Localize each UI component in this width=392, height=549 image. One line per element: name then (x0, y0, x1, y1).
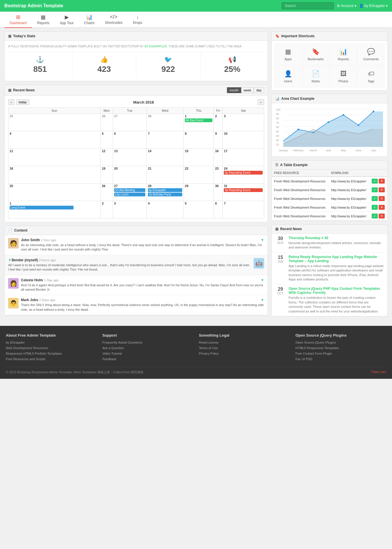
approve-button[interactable]: ✓ (372, 214, 378, 218)
cal-day[interactable]: 15 (184, 149, 214, 166)
nav-item-drops[interactable]: ↓ Drops (128, 12, 148, 28)
footer-link[interactable]: HTML5 Responsive Templates (296, 346, 339, 350)
footer-link[interactable]: Feedback (102, 357, 116, 361)
footer-link[interactable]: Video Tutorial (102, 352, 122, 355)
cal-day[interactable]: 2 (214, 114, 223, 131)
today-button[interactable]: today (16, 99, 29, 105)
cal-day[interactable]: 25 (8, 114, 101, 131)
next-month-button[interactable]: › (258, 99, 264, 105)
cal-day[interactable]: 13 (113, 149, 146, 166)
delete-button[interactable]: ✕ (379, 214, 385, 218)
shortcut-notes[interactable]: 📄 Notes (302, 66, 329, 87)
cal-day[interactable]: 19 (101, 166, 113, 184)
shortcut-tags[interactable]: 🏷 Tags (357, 66, 384, 87)
footer-link[interactable]: Read License (199, 341, 219, 344)
week-view-button[interactable]: week (241, 87, 254, 93)
calendar-event[interactable]: Long Event (10, 206, 74, 209)
shortcut-reports[interactable]: 📊 Reports (330, 44, 357, 65)
news-title[interactable]: Thursday Roundup # 40 (289, 236, 384, 240)
cal-day[interactable]: 5 (101, 131, 113, 149)
calendar-event[interactable]: by EGrappler (148, 188, 182, 192)
cal-day[interactable]: 28by EGrappler7p Birthday Party (146, 184, 183, 201)
cal-day[interactable]: 7 (223, 201, 264, 218)
cal-day[interactable]: 27 (113, 114, 146, 131)
comment-dropdown[interactable]: ▼ (261, 278, 264, 282)
footer-link[interactable]: Terms of Use (199, 346, 218, 350)
cal-day[interactable]: 1Long Event (8, 201, 101, 218)
shortcut-users[interactable]: 👤 Users (275, 66, 302, 87)
shortcut-comments[interactable]: 💬 Comments (357, 44, 384, 65)
comment-dropdown[interactable]: ▼ (8, 258, 12, 262)
cal-day[interactable]: 4 (146, 201, 183, 218)
cal-day[interactable]: 6 (214, 201, 223, 218)
cal-day[interactable]: 314p Repeating Event (223, 184, 264, 201)
news-title[interactable]: Open Source jQuery PHP Ajax Contact Form… (289, 287, 384, 295)
footer-link[interactable]: Free Resources and Scripts (6, 357, 45, 361)
delete-button[interactable]: ✕ (379, 179, 385, 184)
flash-badge[interactable]: Flash cam (371, 370, 386, 374)
cal-day[interactable]: 244p Repeating Event (223, 166, 264, 184)
cal-day[interactable]: 2710:30a Meeting12p Lunch (113, 184, 146, 201)
cal-day[interactable]: 1All Day Event (184, 114, 214, 131)
account-link[interactable]: ⚙ Account ▾ (337, 4, 356, 8)
footer-link[interactable]: Web Development Resources (6, 346, 48, 350)
egrappler-link[interactable]: BY EGRAPPLER (144, 45, 167, 48)
user-link[interactable]: 👤 by EGrappler ▾ (359, 4, 388, 8)
footer-link[interactable]: Fac UI PSD (296, 357, 312, 361)
month-view-button[interactable]: month (227, 87, 241, 93)
prev-month-button[interactable]: ‹ (8, 99, 15, 105)
footer-link[interactable]: Privacy Policy (199, 352, 219, 355)
footer-link[interactable]: Frequently Asked Questions (102, 341, 142, 344)
nav-item-reports[interactable]: ▦ Reports (32, 12, 55, 28)
shortcut-bookmarks[interactable]: 🔖 Bookmarks (302, 44, 329, 65)
delete-button[interactable]: ✕ (379, 205, 385, 210)
approve-button[interactable]: ✓ (372, 196, 378, 201)
footer-link[interactable]: Open Source jQuery Plugins (296, 341, 336, 344)
calendar-event[interactable]: 4p Repeating Event (224, 171, 263, 175)
cal-day[interactable]: 9 (214, 131, 223, 149)
comment-dropdown[interactable]: ▼ (261, 298, 264, 302)
cal-day[interactable]: 3 (113, 201, 146, 218)
nav-item-apptour[interactable]: ▶ App Tour (55, 12, 79, 28)
nav-item-charts[interactable]: 📊 Charts (79, 12, 100, 28)
cal-day[interactable]: 18 (8, 166, 101, 184)
cal-day[interactable]: 10 (223, 131, 264, 149)
cal-day[interactable]: 30 (214, 184, 223, 201)
calendar-event[interactable]: All Day Event (185, 118, 212, 122)
cal-day[interactable]: 2 (101, 201, 113, 218)
cal-day[interactable]: 8 (184, 131, 214, 149)
footer-link[interactable]: Ask a Question (102, 346, 124, 350)
shortcut-apps[interactable]: ▦ Apps (275, 44, 302, 65)
cal-day[interactable]: 23 (214, 166, 223, 184)
shortcut-photos[interactable]: 🖼 Photos (330, 66, 357, 87)
nav-item-dashboard[interactable]: ⊞ Dashboard (4, 12, 32, 28)
cal-day[interactable]: 26 (101, 114, 113, 131)
footer-link[interactable]: by EGrappler (6, 341, 25, 344)
cal-day[interactable]: 4 (8, 131, 101, 149)
cal-day[interactable]: 29 (184, 184, 214, 201)
calendar-event[interactable]: 4p Repeating Event (224, 188, 263, 192)
delete-button[interactable]: ✕ (379, 196, 385, 201)
cal-day[interactable]: 5 (184, 201, 214, 218)
calendar-event[interactable]: 7p Birthday Party (148, 193, 182, 196)
footer-link[interactable]: Responsive HTML5 Portfolio Templates (6, 352, 62, 355)
cal-day[interactable]: 28 (146, 114, 183, 131)
approve-button[interactable]: ✓ (372, 187, 378, 192)
cal-day[interactable]: 7 (146, 131, 183, 149)
calendar-event[interactable]: 10:30a Meeting (114, 188, 145, 192)
approve-button[interactable]: ✓ (372, 205, 378, 210)
cal-day[interactable]: 16 (214, 149, 223, 166)
cal-day[interactable]: 21 (146, 166, 183, 184)
nav-item-shortcodes[interactable]: </> Shortcodes (100, 12, 128, 28)
comment-dropdown[interactable]: ▼ (261, 238, 264, 242)
calendar-event[interactable]: 12p Lunch (114, 193, 145, 196)
cal-day[interactable]: 3 (223, 114, 264, 131)
cal-day[interactable]: 25 (8, 184, 101, 201)
cal-day[interactable]: 12 (101, 149, 113, 166)
cal-day[interactable]: 11 (8, 149, 101, 166)
cal-day[interactable]: 6 (113, 131, 146, 149)
delete-button[interactable]: ✕ (379, 187, 385, 192)
approve-button[interactable]: ✓ (372, 179, 378, 184)
cal-day[interactable]: 22 (184, 166, 214, 184)
cal-day[interactable]: 14 (146, 149, 183, 166)
